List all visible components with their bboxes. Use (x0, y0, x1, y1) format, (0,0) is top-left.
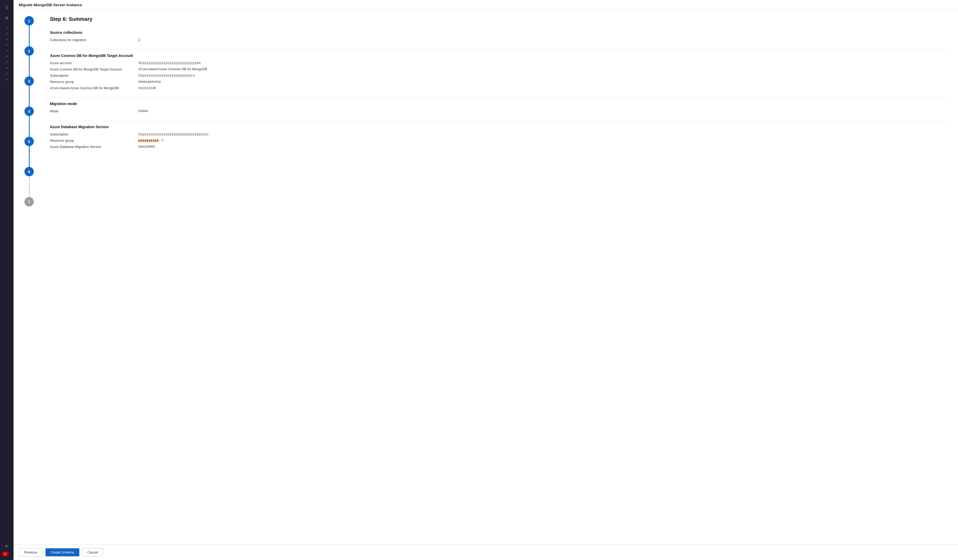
dms-subscription-value: C (138, 132, 208, 136)
vcore-cosmos-label: vCore-based Azure Cosmos DB for MongoDB (50, 86, 138, 90)
source-collections-heading: Source collections (50, 30, 948, 35)
window-title: Migrate MongoDB Server Instance (19, 3, 82, 7)
content-wrapper: 1 2 3 4 (14, 10, 958, 544)
create-schema-button[interactable]: Create Schema (46, 548, 79, 556)
app-sidebar: CC SE › › › › › › › › › › Az 0 (0, 0, 14, 560)
collections-label: Collections for migration (50, 38, 138, 42)
expand-arrow-6[interactable]: › (2, 54, 12, 59)
step-circle-5: 5 (24, 137, 34, 146)
step-line-4-5 (29, 116, 30, 137)
azure-cosmos-section: Azure Cosmos DB for MongoDB Target Accou… (50, 54, 948, 90)
vcore-cosmos-row: vCore-based Azure Cosmos DB for MongoDB … (50, 86, 948, 90)
step-circle-4: 4 (24, 106, 34, 116)
subscription-row: Subscription Cn (50, 73, 948, 78)
expand-arrow-2[interactable]: › (2, 31, 12, 36)
resource-group-row: Resource group cleanupservice (50, 79, 948, 84)
subscription-value: Cn (138, 73, 195, 77)
azure-dms-heading: Azure Database Migration Service (50, 125, 948, 129)
step-line-1-2 (29, 25, 30, 46)
step-circle-1: 1 (24, 16, 34, 25)
azure-cosmos-heading: Azure Cosmos DB for MongoDB Target Accou… (50, 54, 948, 58)
expand-arrow-9[interactable]: › (2, 71, 12, 76)
azure-account-value: Sm (138, 61, 201, 65)
vcore-cosmos-value: sat (138, 86, 156, 90)
mode-row: Mode Online (50, 109, 948, 113)
expand-arrow-3[interactable]: › (2, 36, 12, 41)
stepper: 1 2 3 4 (14, 16, 45, 538)
expand-arrow-10[interactable]: › (2, 76, 12, 82)
migration-mode-heading: Migration mode (50, 102, 948, 106)
dms-service-label: Azure Database Migration Service (50, 144, 138, 149)
divider-1 (50, 49, 948, 49)
dms-subscription-row: Subscription C (50, 132, 948, 136)
step-2: 2 (24, 46, 34, 76)
step-1: 1 (24, 16, 34, 46)
dms-resource-group-value: ↻ (138, 138, 164, 142)
subscription-label: Subscription (50, 73, 138, 78)
step-line-3-4 (29, 86, 30, 106)
title-bar: Migrate MongoDB Server Instance (14, 0, 958, 10)
collections-for-migration-row: Collections for migration 3 (50, 38, 948, 42)
step-3: 3 (24, 76, 34, 106)
step-circle-3: 3 (24, 76, 34, 86)
dms-resource-group-label: Resource group (50, 138, 138, 143)
action-bar: Previous Create Schema Cancel (14, 544, 958, 560)
dms-subscription-label: Subscription (50, 132, 138, 136)
source-collections-section: Source collections Collections for migra… (50, 30, 948, 42)
collections-value[interactable]: 3 (138, 38, 140, 41)
step-4: 4 (24, 106, 34, 137)
resource-group-label: Resource group (50, 79, 138, 84)
cancel-button[interactable]: Cancel (82, 548, 103, 556)
cosmos-target-account-value: vCore-based Azure Cosmos DB for MongoDB (138, 67, 207, 71)
step-7: 7 (24, 197, 34, 206)
dms-resource-group-row: Resource group ↻ (50, 138, 948, 143)
form-panel: Step 6: Summary Source collections Colle… (45, 16, 958, 538)
migration-mode-section: Migration mode Mode Online (50, 102, 948, 113)
previous-button[interactable]: Previous (19, 548, 43, 556)
azure-account-label: Azure account (50, 61, 138, 65)
step-line-2-3 (29, 56, 30, 76)
step-6: 6 (24, 167, 34, 197)
step-5: 5 (24, 137, 34, 167)
cosmos-target-account-label: Azure Cosmos DB for MongoDB Target Accou… (50, 67, 138, 71)
sidebar-icon-cc[interactable]: CC (2, 2, 12, 13)
dms-service-row: Azure Database Migration Service DemoDMS (50, 144, 948, 149)
expand-arrow-8[interactable]: › (2, 65, 12, 70)
step-circle-2: 2 (24, 46, 34, 56)
azure-dms-section: Azure Database Migration Service Subscri… (50, 125, 948, 149)
resource-group-value: cleanupservice (138, 79, 161, 84)
mode-label: Mode (50, 109, 138, 113)
main-area: Migrate MongoDB Server Instance 1 2 3 (14, 0, 958, 560)
app-container: CC SE › › › › › › › › › › Az 0 Migrate M… (0, 0, 958, 560)
step-circle-6: 6 (24, 167, 34, 176)
step-line-6-7 (29, 176, 30, 197)
step-line-5-6 (29, 146, 30, 167)
expand-arrow-1[interactable]: › (2, 25, 12, 30)
mode-value: Online (138, 109, 148, 113)
page-title: Step 6: Summary (50, 16, 948, 22)
sidebar-badge: 0 (2, 552, 9, 556)
step-circle-7: 7 (24, 197, 34, 206)
sidebar-az-icon[interactable]: Az (2, 541, 12, 551)
expand-arrow-7[interactable]: › (2, 59, 12, 65)
expand-arrow-4[interactable]: › (2, 42, 12, 47)
sidebar-icon-se[interactable]: SE (2, 13, 12, 24)
expand-arrow-5[interactable]: › (2, 48, 12, 53)
azure-account-row: Azure account Sm (50, 61, 948, 65)
dms-service-value: DemoDMS (138, 144, 155, 148)
cosmos-target-account-row: Azure Cosmos DB for MongoDB Target Accou… (50, 67, 948, 71)
